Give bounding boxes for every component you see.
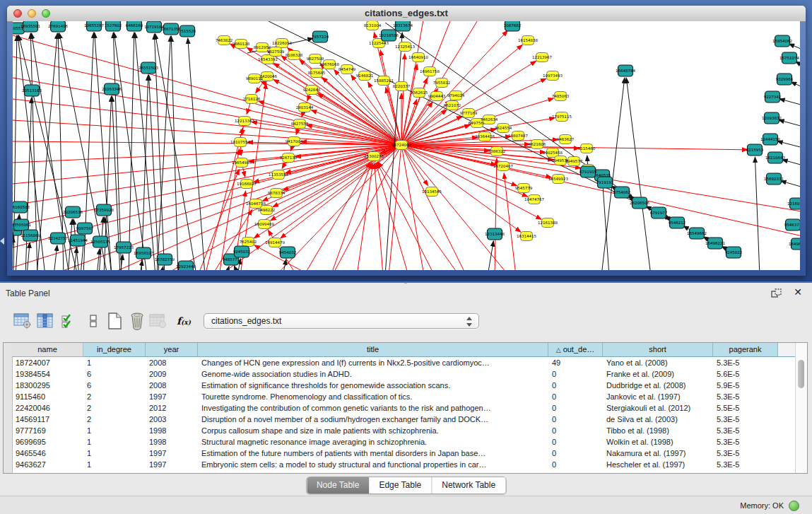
network-node[interactable]: 7485063 (552, 92, 570, 101)
network-node[interactable]: 9227342 (764, 91, 782, 103)
function-builder-button[interactable]: f(x) (174, 311, 194, 331)
network-node[interactable]: 26551503 (139, 62, 158, 74)
network-node[interactable]: 16782759 (155, 254, 175, 265)
column-header-name[interactable]: name (12, 343, 83, 357)
network-node[interactable]: 12160343 (787, 198, 800, 209)
network-canvas[interactable]: 7463822986012889129541654339218226058982… (13, 21, 800, 270)
network-node[interactable]: 16496212 (789, 238, 800, 250)
scrollbar-thumb[interactable] (798, 360, 804, 388)
tab-edge-table[interactable]: Edge Table (369, 477, 431, 493)
network-node[interactable]: 8454749 (339, 65, 356, 74)
network-node[interactable]: 12313448 (485, 228, 505, 240)
network-node[interactable]: 12213967 (532, 53, 552, 62)
network-node[interactable]: 18107554 (230, 138, 250, 147)
create-column-button[interactable] (105, 311, 124, 331)
network-node[interactable]: 20513163 (22, 85, 42, 96)
network-node[interactable]: 2718126 (243, 95, 261, 104)
network-node[interactable]: 15134545 (422, 187, 442, 197)
column-header-short[interactable]: short (603, 343, 713, 357)
network-node[interactable]: 12093832 (762, 112, 782, 124)
network-node[interactable]: 2087682 (504, 21, 522, 31)
network-node[interactable]: 27691406 (48, 21, 68, 32)
network-node[interactable]: 17359928 (94, 204, 114, 216)
column-header-pagerank[interactable]: pagerank (713, 343, 778, 357)
network-node[interactable]: 1527602 (105, 21, 122, 31)
network-node[interactable]: 15692331 (764, 173, 784, 185)
network-node[interactable]: 9245032 (233, 246, 251, 257)
network-node[interactable]: 8878334 (268, 189, 286, 198)
network-node[interactable]: 12161388 (538, 218, 558, 228)
table-row[interactable]: 1830029562008Estimation of significance … (12, 380, 796, 391)
network-node[interactable]: 9097587 (76, 223, 94, 234)
network-node[interactable]: 15954062 (772, 35, 792, 47)
network-node[interactable]: 16914479 (265, 238, 285, 247)
network-node[interactable]: 9794024 (447, 91, 465, 100)
network-node[interactable]: 20206536 (63, 206, 83, 218)
network-node[interactable]: 7463822 (216, 36, 233, 45)
network-node[interactable]: 7625402 (240, 238, 257, 247)
network-node[interactable]: 9115460 (578, 144, 596, 153)
network-node[interactable]: 8131004 (364, 21, 382, 30)
table-row[interactable]: 1938455462009Genome-wide association stu… (12, 368, 796, 380)
tab-network-table[interactable]: Network Table (431, 477, 505, 493)
network-node[interactable]: 16648784 (616, 65, 635, 76)
show-hide-columns-button[interactable] (13, 311, 33, 331)
network-node[interactable]: 21053346 (102, 83, 122, 95)
close-panel-icon[interactable]: ✕ (794, 286, 802, 298)
table-row[interactable]: 1456911722003Disruption of a novel membe… (12, 414, 796, 425)
network-node[interactable]: 6791919 (579, 166, 597, 177)
table-row[interactable]: 946362711997Embryonic stem cells: a mode… (12, 459, 796, 470)
network-node[interactable]: 11451944 (68, 235, 88, 246)
network-node[interactable]: 15885201 (374, 76, 394, 86)
network-node[interactable]: 9463627 (557, 135, 575, 144)
network-node[interactable]: 6791977 (650, 207, 668, 218)
network-node[interactable]: 9454032 (279, 247, 297, 258)
network-node[interactable]: 9545779 (515, 184, 533, 193)
network-node[interactable]: 8267130 (280, 153, 298, 163)
select-columns-button[interactable] (35, 311, 55, 331)
network-node[interactable]: 9146821 (356, 71, 374, 81)
tab-node-table[interactable]: Node Table (307, 477, 370, 493)
network-node[interactable]: 16958107 (134, 247, 153, 259)
network-node[interactable]: 9245022 (725, 247, 743, 258)
column-header-title[interactable]: title (198, 343, 548, 357)
network-node[interactable]: 8175685 (308, 69, 326, 78)
network-node[interactable]: 16961758 (420, 67, 440, 76)
network-node[interactable]: 7957224 (312, 31, 329, 42)
table-row[interactable]: 969969511998Structural magnetic resonanc… (12, 436, 796, 448)
network-node[interactable]: 3824554 (495, 124, 512, 133)
network-node[interactable]: 16314415 (517, 232, 536, 241)
network-node[interactable]: 16640910 (408, 53, 428, 62)
network-node[interactable]: 16935501 (20, 21, 40, 32)
column-header-out_de[interactable]: △out_de… (548, 343, 603, 357)
network-node[interactable]: 26160503 (13, 201, 30, 213)
network-node[interactable]: 10474767 (524, 195, 544, 204)
network-node[interactable]: 16154838 (518, 36, 538, 45)
network-node[interactable]: 8215953 (746, 144, 764, 156)
network-node[interactable]: 10807487 (508, 132, 528, 141)
column-header-in_degree[interactable]: in_degree (83, 343, 146, 357)
network-node[interactable]: 9546212 (669, 217, 686, 228)
table-row[interactable]: 911546021997Tourette syndrome. Phenomeno… (12, 391, 796, 402)
select-all-rows-button[interactable] (58, 311, 78, 331)
table-row[interactable]: 1872400712008Changes of HCN gene express… (12, 357, 796, 368)
network-node[interactable]: 11156869 (20, 230, 40, 241)
table-row[interactable]: 977716911998Corpus callosum shape and si… (12, 425, 796, 436)
network-node[interactable]: 20364426 (475, 132, 495, 141)
network-node[interactable]: 12923448 (176, 261, 196, 270)
float-panel-icon[interactable] (771, 288, 782, 298)
row-height-button[interactable] (83, 311, 103, 331)
network-node[interactable]: 9546377 (784, 219, 800, 230)
delete-column-button[interactable] (127, 311, 147, 331)
network-window-titlebar[interactable]: citations_edges.txt (7, 6, 806, 22)
network-node[interactable]: 7919193 (596, 177, 614, 188)
network-node[interactable]: 12444158 (760, 134, 780, 145)
network-node[interactable]: 1362615 (411, 88, 428, 98)
network-node[interactable]: 20676068 (319, 60, 339, 69)
network-node[interactable]: 7515526 (179, 25, 196, 37)
network-node[interactable]: 16210643 (765, 152, 785, 163)
vertical-scrollbar[interactable] (795, 343, 807, 473)
network-node[interactable]: 9777169 (460, 109, 478, 118)
network-node[interactable]: 12505135 (90, 236, 110, 247)
network-node[interactable]: 17957223 (114, 242, 134, 253)
